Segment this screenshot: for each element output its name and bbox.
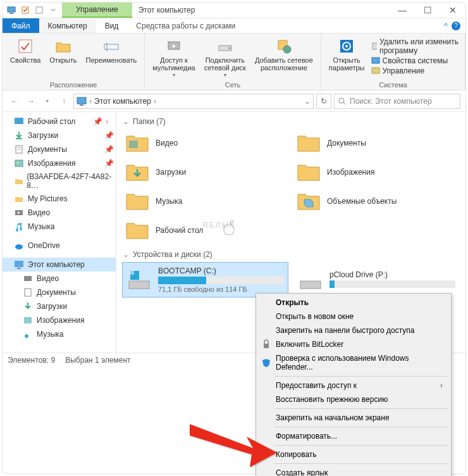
svg-rect-39 [129,141,138,148]
svg-point-32 [15,244,23,249]
ctx-defender[interactable]: Проверка с использованием Windows Defend… [258,351,449,374]
sidebar-this-pc[interactable]: Этот компьютер [3,258,116,272]
qat-dropdown-icon[interactable] [48,5,58,15]
tab-view[interactable]: Вид [96,18,128,33]
sidebar-item-mypictures[interactable]: My Pictures [3,192,116,206]
svg-rect-28 [15,160,23,166]
sidebar-item-downloads[interactable]: Загрузки📌 [3,128,116,142]
ctx-open[interactable]: Открыть [258,296,449,310]
ctx-share[interactable]: Предоставить доступ к› [258,379,449,392]
breadcrumb[interactable]: Этот компьютер [94,97,151,106]
drive-pcloud[interactable]: pCloud Drive (P:) [294,263,459,297]
folders-grid: Видео Документы Загрузки Изображения Муз… [123,130,459,244]
pc-icon [77,96,87,106]
ctx-pin-start[interactable]: Закрепить на начальном экране [258,411,449,425]
ctx-open-new-window[interactable]: Открыть в новом окне [258,310,449,323]
folder-music[interactable]: Музыка [123,188,288,215]
svg-point-12 [283,46,291,53]
ribbon-group-network: Доступ к мультимедиа▾ Подключить сетевой… [145,34,321,90]
ribbon: Свойства Открыть Переименовать Расположе… [3,34,465,91]
svg-rect-44 [264,344,269,348]
tab-disk-tools[interactable]: Средства работы с дисками [127,18,244,33]
svg-rect-19 [77,97,86,104]
svg-rect-0 [8,7,15,12]
ribbon-group-system: Открыть параметры Удалить или изменить п… [321,34,465,90]
ribbon-rename[interactable]: Переименовать [83,36,140,65]
sidebar-item-documents[interactable]: Документы📌 [3,142,116,156]
tab-manage[interactable]: Управление [62,3,132,18]
ribbon-manage[interactable]: Управление [371,66,460,75]
folder-video[interactable]: Видео [123,130,288,156]
sidebar-item-guid[interactable]: {B3AAFDEA-42F7-4A82-8… [3,170,116,192]
svg-rect-23 [15,118,23,124]
qat-properties-icon[interactable] [20,5,30,15]
sidebar-pc-downloads[interactable]: Загрузки [3,299,116,313]
ribbon-uninstall[interactable]: Удалить или изменить программу [371,37,460,55]
sidebar-item-pictures[interactable]: Изображения📌 [3,156,116,170]
drive-bootcamp[interactable]: BOOTCAMP (C:) 71,1 ГБ свободно из 114 ГБ [123,263,288,297]
ribbon-properties[interactable]: Свойства [8,36,43,65]
sidebar-item-music[interactable]: Музыка [3,220,116,234]
svg-rect-4 [19,40,32,53]
svg-rect-17 [372,58,379,63]
ribbon-system-props[interactable]: Свойства системы [371,56,460,65]
svg-point-10 [228,47,230,49]
minimize-button[interactable]: — [390,3,415,18]
folder-3dobjects[interactable]: Объемные объекты [294,188,459,215]
folder-documents[interactable]: Документы [294,130,459,156]
folder-pictures[interactable]: Изображения [294,159,459,185]
ctx-bitlocker[interactable]: Включить BitLocker [258,337,449,351]
ribbon-add-network[interactable]: Добавить сетевое расположение [252,36,316,73]
refresh-button[interactable]: ↻ [316,94,331,109]
forward-button[interactable]: → [24,94,38,108]
quick-access-toolbar [3,3,62,18]
ribbon-multimedia[interactable]: Доступ к мультимедиа▾ [150,36,198,80]
search-icon [338,97,346,105]
collapse-ribbon-icon[interactable]: ^ [444,22,448,30]
ctx-format[interactable]: Форматировать... [258,429,449,443]
section-folders-header[interactable]: ⌄Папки (7) [123,115,459,130]
svg-rect-35 [24,276,32,281]
svg-point-21 [339,98,344,103]
svg-rect-16 [373,43,377,49]
tab-file[interactable]: Файл [3,18,39,33]
address-bar[interactable]: › Этот компьютер › ⌄ [73,94,314,109]
tab-computer[interactable]: Компьютер [39,18,96,33]
sidebar-pc-music[interactable]: Музыка [3,327,116,341]
section-drives-header[interactable]: ⌄Устройства и диски (2) [123,247,459,263]
sidebar-item-desktop[interactable]: Рабочий стол📌› [3,115,116,128]
back-button[interactable]: ← [8,94,22,108]
maximize-button[interactable]: ☐ [415,3,440,18]
sidebar-onedrive[interactable]: OneDrive [3,239,116,253]
svg-rect-42 [130,271,134,275]
close-button[interactable]: ✕ [440,3,465,18]
ribbon-open[interactable]: Открыть [47,36,79,65]
shield-icon [261,358,271,368]
search-input[interactable]: Поиск: Этот компьютер [334,94,460,109]
ctx-shortcut[interactable]: Создать ярлык [258,466,449,476]
sidebar-item-video[interactable]: Видео [3,206,116,220]
sidebar-pc-documents[interactable]: Документы [3,285,116,299]
help-icon[interactable]: ? [452,22,460,30]
history-dropdown[interactable]: ▾ [40,94,54,108]
ctx-restore[interactable]: Восстановить прежнюю версию [258,392,449,406]
ctx-pin-quick-access[interactable]: Закрепить на панели быстрого доступа [258,323,449,337]
svg-line-22 [343,103,345,104]
addr-dropdown-icon[interactable]: ⌄ [304,97,311,106]
up-button[interactable]: ↑ [57,94,71,108]
ctx-copy[interactable]: Копировать [258,448,449,461]
context-menu: Открыть Открыть в новом окне Закрепить н… [256,293,452,476]
qat-new-folder-icon[interactable] [34,5,44,15]
svg-rect-3 [36,7,42,13]
svg-rect-33 [15,261,23,267]
ribbon-map-drive[interactable]: Подключить сетевой диск▾ [202,36,249,80]
window-title: Этот компьютер [132,3,390,18]
folder-downloads[interactable]: Загрузки [123,159,288,185]
sidebar-pc-video[interactable]: Видео [3,272,116,285]
pc-icon[interactable] [6,5,16,15]
svg-rect-18 [372,68,379,73]
ribbon-open-params[interactable]: Открыть параметры [326,36,367,73]
sidebar-pc-pictures[interactable]: Изображения [3,313,116,327]
svg-rect-20 [80,104,83,106]
folder-desktop[interactable]: Рабочий стол [123,217,288,244]
